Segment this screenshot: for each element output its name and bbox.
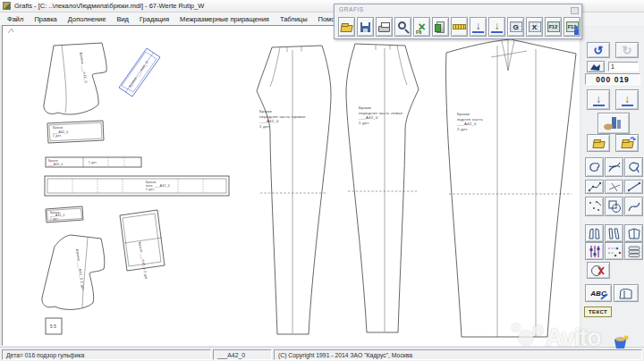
open-button[interactable] (338, 17, 355, 37)
f12-user-button[interactable]: F12 (564, 17, 580, 37)
import-green-button[interactable]: ↓ (488, 17, 505, 37)
x-values-button[interactable]: X (526, 17, 543, 37)
down-arrow-icon: ↓ (472, 21, 484, 33)
g-table-button[interactable]: G (507, 17, 524, 37)
status-bar: Дета= 016 подзор гульфика ___А42_0 (C) C… (0, 347, 644, 361)
palette-buttons: × F6 ↓ ↓ G X F12 F12 (338, 17, 580, 37)
tools-icon (603, 115, 624, 131)
fabric-layers-button[interactable] (624, 242, 643, 260)
piece-shape-icon (588, 160, 602, 174)
status-model: ___А42_0 (213, 349, 272, 360)
fix-point-icon (589, 63, 602, 71)
f6-label: F6 (416, 29, 421, 35)
svg-text:Брюки ___А42_0 2 дет.: Брюки ___А42_0 2 дет. (75, 248, 86, 291)
scale-box: 5:5 (46, 318, 62, 334)
menu-edit[interactable]: Правка (34, 15, 56, 23)
piece-front-left[interactable]: Брюки передняя часть левая ___А42_0 1 де… (346, 44, 419, 332)
svg-text:Брюки ___А42_0: Брюки ___А42_0 (79, 52, 89, 84)
exit-part-button[interactable] (432, 17, 449, 37)
open-folder-icon (592, 141, 605, 148)
piece-drop-tool-button[interactable] (624, 157, 643, 177)
piece-strip[interactable]: Брюки ___А42_0 1 дет. (46, 157, 141, 167)
piece-back[interactable]: Брюки задняя часть ___А42_0 2 дет. (446, 35, 576, 337)
piece-tool-button[interactable] (585, 157, 604, 177)
piece-selected-band[interactable]: Брюки ___А42_0 (119, 48, 160, 97)
points-tool-button[interactable] (585, 197, 604, 216)
jacket-parts-button[interactable] (585, 224, 604, 242)
open-part-button[interactable] (587, 134, 610, 152)
floppy-disk-icon (360, 22, 370, 32)
piece-annotate-button[interactable] (614, 284, 639, 302)
call-part-green-button[interactable]: ↓ (615, 89, 639, 110)
x-values-icon: X (529, 21, 541, 32)
piece-pocket-facing[interactable]: Брюки ___А42_0 2 дет. (42, 235, 105, 309)
menu-addition[interactable]: Дополнение (68, 15, 106, 23)
svg-text:1 дет.: 1 дет. (89, 161, 97, 164)
piece-slant-rect[interactable]: Брюки ___А42_0 1 дет. (46, 206, 83, 222)
grading-marks-button[interactable] (605, 242, 623, 260)
print-button[interactable] (376, 17, 393, 37)
svg-text:передняя часть правая: передняя часть правая (259, 114, 306, 119)
abc-text-tool-button[interactable]: ABC (585, 284, 612, 302)
bottom-tool-icon[interactable] (611, 332, 631, 355)
piece-front-right[interactable]: Брюки передняя часть правая ___А42_0 1 д… (257, 46, 331, 334)
delete-button[interactable] (587, 262, 610, 279)
iteration-input[interactable] (608, 62, 639, 71)
menu-view[interactable]: Вид (116, 15, 129, 23)
circle-square-icon (607, 199, 622, 214)
polyline-tool-button[interactable] (585, 180, 604, 194)
menu-grading[interactable]: Градация (140, 15, 169, 23)
piece-arrow-icon (627, 160, 641, 174)
dots-arrows-icon (607, 245, 622, 258)
person-icon (574, 29, 579, 35)
line-tool-button[interactable] (624, 180, 643, 194)
svg-text:___А42_0: ___А42_0 (52, 130, 68, 134)
svg-text:5:5: 5:5 (50, 324, 56, 329)
svg-text:Брюки: Брюки (259, 109, 272, 113)
curve-tool-button[interactable] (624, 197, 643, 216)
menu-tables[interactable]: Таблицы (280, 15, 308, 23)
piece-fly-shield[interactable]: Брюки ___А42_0 (44, 43, 106, 114)
text-mode-button[interactable]: ТЕКСТ (584, 306, 612, 317)
redo-button[interactable]: ↻ (615, 42, 639, 58)
down-arrow-green-icon: ↓ (622, 94, 633, 106)
shirt-parts-button[interactable] (624, 224, 643, 242)
svg-text:2 дет.: 2 дет. (457, 127, 469, 131)
status-copyright: (C) Copyright 1991 - 2014 ЗАО "Кадрус", … (274, 349, 642, 360)
palette-close-button[interactable] (571, 7, 579, 14)
curves-tool-button[interactable] (605, 157, 623, 177)
cross-lines-icon (607, 181, 622, 192)
f6-delete-button[interactable]: × F6 (413, 17, 430, 37)
menu-intersize-increments[interactable]: Межразмерные приращения (180, 15, 269, 23)
f12-table-button[interactable]: F12 (545, 17, 562, 37)
s-curve-icon (627, 199, 641, 214)
delete-cross-icon (590, 264, 606, 277)
curves-icon (607, 160, 622, 174)
import-button[interactable]: ↓ (470, 17, 487, 37)
grafis-app-window: { "window": { "title": "Grafis - [C: ..\… (0, 0, 644, 361)
zoom-button[interactable] (394, 17, 411, 37)
parameters-button[interactable] (585, 242, 604, 260)
save-button[interactable] (357, 17, 374, 37)
measure-button[interactable] (451, 17, 468, 37)
polyline-points-icon (588, 181, 602, 192)
fix-point-button[interactable] (587, 61, 605, 72)
call-part-button[interactable]: ↓ (587, 89, 610, 110)
intersection-tool-button[interactable] (605, 180, 623, 194)
copy-part-button[interactable]: ↷ (615, 134, 639, 152)
svg-text:Брюки: Брюки (359, 105, 371, 110)
construction-tools-button[interactable] (597, 113, 630, 134)
piece-small-rect[interactable]: Брюки ___А42_0 1 дет. (47, 121, 104, 143)
menu-file[interactable]: Файл (7, 15, 23, 23)
trouser-parts-button[interactable] (605, 224, 623, 242)
svg-text:___А42_0: ___А42_0 (456, 122, 477, 126)
svg-text:1 дет.: 1 дет. (53, 134, 62, 138)
status-detail: Дета= 016 подзор гульфика (2, 349, 211, 360)
undo-button[interactable]: ↺ (587, 42, 610, 58)
shapes-overlap-tool-button[interactable] (605, 197, 623, 216)
piece-pocket-bag[interactable]: Брюки ___А42_0 2 дет. (120, 210, 165, 281)
app-icon (3, 2, 11, 10)
drawing-canvas[interactable]: Брюки ___А42_0 Брюки ___А42_0 Брюки ___А… (2, 25, 580, 346)
svg-text:передняя часть левая: передняя часть левая (359, 111, 403, 115)
piece-waistband[interactable]: Брюки пояс ___А42_0 1 дет. (45, 176, 229, 196)
